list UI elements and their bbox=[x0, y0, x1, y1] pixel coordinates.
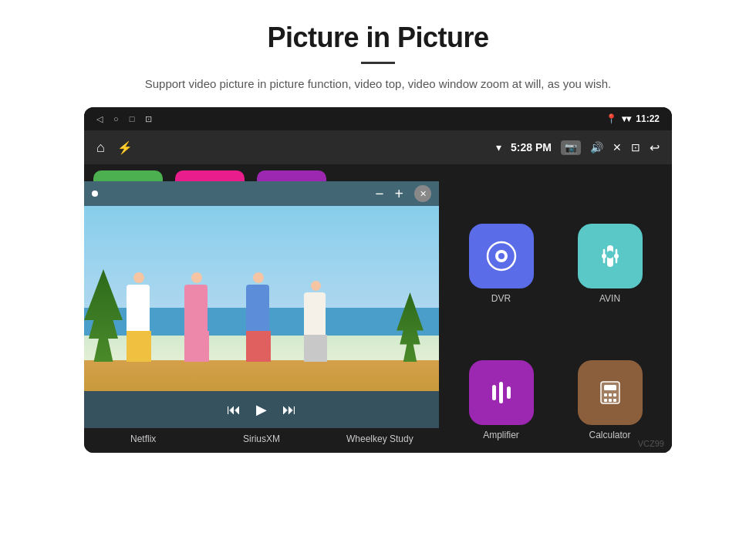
svg-rect-15 bbox=[609, 393, 612, 396]
svg-rect-11 bbox=[507, 386, 511, 399]
pip-icon[interactable]: ⊡ bbox=[631, 141, 640, 153]
wifi-icon: ▾ bbox=[496, 141, 501, 153]
app-bar: ⌂ ⚡ ▾ 5:28 PM 📷 🔊 ✕ ⊡ ↩ bbox=[84, 130, 672, 164]
app-card-calculator[interactable]: Calculator bbox=[560, 313, 660, 440]
usb-icon[interactable]: ⚡ bbox=[117, 140, 133, 155]
app-card-dvr[interactable]: DVR bbox=[451, 177, 551, 304]
person2 bbox=[184, 272, 209, 362]
home-nav-icon[interactable]: ○ bbox=[113, 114, 119, 123]
pip-close-button[interactable]: ✕ bbox=[414, 185, 431, 202]
wifi-status-icon: ▾▾ bbox=[622, 113, 631, 124]
home-icon[interactable]: ⌂ bbox=[96, 140, 105, 156]
svg-rect-14 bbox=[604, 393, 607, 396]
avin-label: AVIN bbox=[599, 293, 620, 304]
device-wrapper: ◁ ○ □ ⊡ 📍 ▾▾ 11:22 ⌂ ⚡ ▾ 5:28 PM 📷 🔊 bbox=[84, 107, 672, 453]
video-scene bbox=[84, 206, 439, 391]
page-title: Picture in Picture bbox=[46, 22, 710, 54]
close-icon[interactable]: ✕ bbox=[613, 141, 622, 153]
pip-top-bar: − + ✕ bbox=[84, 181, 439, 206]
svg-point-8 bbox=[614, 254, 619, 258]
wheelkey-label: Wheelkey Study bbox=[321, 425, 439, 453]
siriusxm-label: SiriusXM bbox=[202, 425, 320, 453]
dvr-label: DVR bbox=[491, 293, 511, 304]
right-panel: DVR AVIN bbox=[439, 164, 672, 453]
pip-minus-button[interactable]: − bbox=[375, 185, 383, 203]
status-bar-right: 📍 ▾▾ 11:22 bbox=[606, 113, 660, 124]
back-icon[interactable]: ↩ bbox=[650, 140, 660, 155]
page-header: Picture in Picture Support video picture… bbox=[0, 0, 756, 107]
volume-icon[interactable]: 🔊 bbox=[590, 141, 603, 153]
watermark: VCZ99 bbox=[638, 439, 664, 448]
pip-playback-bar: ⏮ ▶ ⏭ bbox=[84, 391, 439, 428]
svg-point-4 bbox=[606, 251, 614, 258]
svg-point-2 bbox=[498, 253, 505, 259]
svg-rect-9 bbox=[492, 385, 496, 400]
app-card-amplifier[interactable]: Amplifier bbox=[451, 313, 551, 440]
record-dot bbox=[92, 191, 98, 197]
status-time: 11:22 bbox=[636, 113, 660, 124]
prev-button[interactable]: ⏮ bbox=[227, 402, 241, 418]
recents-nav-icon[interactable]: □ bbox=[130, 114, 135, 123]
status-bar-left: ◁ ○ □ ⊡ bbox=[96, 114, 152, 124]
apps-bottom-row: Netflix SiriusXM Wheelkey Study bbox=[84, 425, 439, 453]
person4 bbox=[304, 281, 327, 362]
title-divider bbox=[361, 62, 395, 64]
amplifier-icon bbox=[469, 360, 534, 425]
netflix-label: Netflix bbox=[84, 425, 202, 453]
person3 bbox=[246, 272, 271, 362]
play-button[interactable]: ▶ bbox=[256, 401, 267, 418]
svg-point-7 bbox=[602, 254, 606, 258]
camera-icon[interactable]: 📷 bbox=[561, 140, 581, 155]
app-bar-time: 5:28 PM bbox=[511, 141, 552, 153]
dvr-icon bbox=[469, 224, 534, 288]
pip-controls: − + ✕ bbox=[375, 185, 431, 203]
page-subtitle: Support video picture in picture functio… bbox=[46, 75, 710, 93]
beach-background bbox=[84, 360, 439, 391]
svg-rect-16 bbox=[613, 393, 616, 396]
calculator-label: Calculator bbox=[589, 430, 630, 440]
app-bar-right: ▾ 5:28 PM 📷 🔊 ✕ ⊡ ↩ bbox=[496, 140, 660, 155]
pip-plus-button[interactable]: + bbox=[395, 185, 403, 203]
device-frame: ◁ ○ □ ⊡ 📍 ▾▾ 11:22 ⌂ ⚡ ▾ 5:28 PM 📷 🔊 bbox=[84, 107, 672, 453]
pip-container: − + ✕ bbox=[84, 164, 439, 453]
svg-rect-13 bbox=[604, 385, 616, 390]
back-nav-icon[interactable]: ◁ bbox=[96, 114, 103, 124]
main-content: − + ✕ bbox=[84, 164, 672, 453]
pip-top-bar-left bbox=[92, 191, 98, 197]
person1 bbox=[127, 272, 151, 362]
location-icon: 📍 bbox=[606, 113, 617, 124]
cast-nav-icon[interactable]: ⊡ bbox=[145, 114, 152, 124]
avin-icon bbox=[578, 224, 643, 288]
status-bar: ◁ ○ □ ⊡ 📍 ▾▾ 11:22 bbox=[84, 107, 672, 130]
svg-rect-17 bbox=[604, 399, 607, 402]
amplifier-label: Amplifier bbox=[483, 430, 519, 440]
app-card-avin[interactable]: AVIN bbox=[560, 177, 660, 304]
svg-rect-19 bbox=[613, 399, 616, 402]
app-bar-left: ⌂ ⚡ bbox=[96, 140, 133, 156]
calculator-icon bbox=[578, 360, 643, 425]
next-button[interactable]: ⏭ bbox=[282, 402, 296, 418]
pip-window[interactable]: − + ✕ bbox=[84, 181, 439, 428]
svg-rect-10 bbox=[499, 382, 503, 403]
svg-rect-18 bbox=[609, 399, 612, 402]
